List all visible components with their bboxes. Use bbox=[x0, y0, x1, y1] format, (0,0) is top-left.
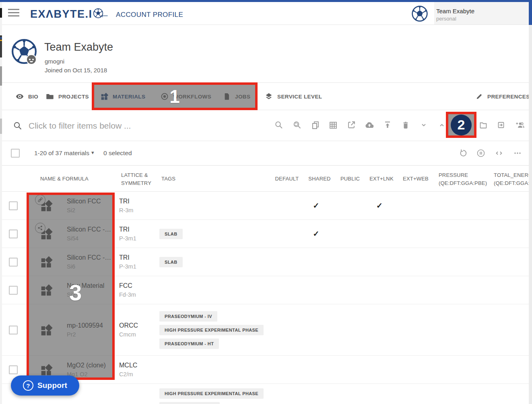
cell-shared bbox=[301, 304, 331, 355]
cell-ext-web bbox=[396, 384, 430, 404]
lattice-type: ORCC bbox=[119, 322, 159, 329]
row-checkbox[interactable] bbox=[9, 230, 18, 238]
col-name-formula[interactable]: NAME & FORMULA bbox=[40, 176, 89, 182]
tags-cell: HIGH PRESSURE EXPERIMENTAL PHASE bbox=[159, 384, 271, 404]
row-checkbox[interactable] bbox=[9, 286, 18, 295]
tag-chip: HIGH PRESSURE EXPERIMENTAL PHASE bbox=[159, 325, 264, 335]
chevron-up-icon[interactable] bbox=[437, 120, 447, 130]
col-total-energy[interactable]: TOTAL_ENERGY(QE:DFT:GGA:PE bbox=[494, 172, 532, 186]
row-checkbox[interactable] bbox=[9, 258, 18, 267]
cell-public bbox=[331, 384, 363, 404]
annotation-box-2: 2 bbox=[446, 112, 476, 138]
symmetry-group: P-3m1 bbox=[119, 235, 159, 242]
cloud-upload-icon[interactable] bbox=[364, 120, 375, 130]
lattice-type: TRI bbox=[119, 254, 159, 261]
avatar bbox=[411, 5, 428, 24]
cell-ext-lnk bbox=[363, 356, 396, 383]
profile-avatar bbox=[11, 38, 37, 66]
code-icon[interactable] bbox=[494, 148, 504, 158]
tag-chip: SLAB bbox=[159, 257, 183, 267]
owner-face-badge-icon bbox=[26, 54, 37, 65]
lattice-cell bbox=[119, 384, 159, 404]
exabyte-logo[interactable]: EXΛBYTE.I bbox=[30, 7, 103, 21]
open-in-new-icon[interactable] bbox=[346, 120, 356, 130]
folder-icon[interactable] bbox=[478, 120, 488, 130]
col-ext-web[interactable]: EXT+WEB bbox=[403, 176, 429, 182]
profile-name: Team Exabyte bbox=[44, 41, 113, 53]
table-grid-icon[interactable] bbox=[328, 120, 338, 130]
tab-projects[interactable]: PROJECTS bbox=[45, 83, 89, 110]
cell-pressure bbox=[430, 220, 485, 248]
delete-icon[interactable] bbox=[401, 120, 410, 130]
col-ext-lnk[interactable]: EXT+LNK bbox=[369, 176, 394, 182]
symmetry-group: C2/m bbox=[119, 371, 159, 377]
row-checkbox[interactable] bbox=[9, 326, 18, 334]
more-icon[interactable] bbox=[513, 148, 522, 158]
add-collaborators-icon[interactable] bbox=[514, 120, 525, 130]
refresh-icon[interactable] bbox=[458, 148, 468, 158]
import-icon[interactable] bbox=[496, 120, 506, 130]
cell-default bbox=[271, 248, 301, 276]
col-lattice-symmetry[interactable]: LATTICE &SYMMETRY bbox=[121, 172, 151, 186]
cell-ext-web bbox=[396, 220, 430, 248]
tab-label: PROJECTS bbox=[58, 94, 89, 100]
tab-preferences[interactable]: PREFERENCES bbox=[475, 83, 530, 110]
tag-chip: PRASEODYMIUM - HT bbox=[159, 338, 219, 349]
tab-label: PREFERENCES bbox=[487, 94, 530, 100]
col-tags[interactable]: TAGS bbox=[161, 176, 175, 182]
window-right-edge-top bbox=[529, 0, 532, 25]
upload-icon[interactable] bbox=[383, 120, 392, 130]
row-checkbox[interactable] bbox=[9, 201, 18, 210]
col-public[interactable]: PUBLIC bbox=[340, 176, 360, 182]
cell-shared: ✓ bbox=[301, 192, 331, 219]
cell-public bbox=[331, 304, 363, 355]
table-row[interactable]: HIGH PRESSURE EXPERIMENTAL PHASE bbox=[0, 384, 529, 404]
col-pressure[interactable]: PRESSURE(QE:DFT:GGA:PBE) bbox=[439, 172, 487, 186]
back-arrow-icon[interactable]: ← bbox=[99, 8, 110, 21]
lattice-type: MCLC bbox=[119, 362, 159, 369]
search-again-icon[interactable] bbox=[292, 120, 302, 130]
col-default[interactable]: DEFAULT bbox=[275, 176, 299, 182]
topbar-user-type: personal bbox=[436, 16, 474, 22]
copy-icon[interactable] bbox=[311, 120, 320, 130]
topbar-user-name: Team Exabyte bbox=[436, 8, 474, 14]
tab-bio[interactable]: BIO bbox=[15, 83, 38, 110]
menu-icon[interactable] bbox=[8, 9, 19, 18]
cell-ext-web bbox=[396, 248, 430, 276]
cell-pressure bbox=[430, 384, 485, 404]
pencil-icon bbox=[475, 92, 483, 100]
table-header: NAME & FORMULA LATTICE &SYMMETRY TAGS DE… bbox=[2, 166, 529, 192]
symmetry-group: Cmcm bbox=[119, 331, 159, 338]
logo-text: EXΛBYTE.I bbox=[30, 8, 93, 21]
row-checkbox[interactable] bbox=[9, 365, 18, 374]
cell-pressure bbox=[430, 304, 485, 355]
cell-public bbox=[331, 356, 363, 383]
chevron-down-icon[interactable] bbox=[419, 120, 429, 130]
lattice-cell: TRI P-3m1 bbox=[119, 220, 159, 248]
select-all-checkbox[interactable] bbox=[11, 149, 20, 158]
symmetry-group: P-3m1 bbox=[119, 263, 159, 270]
annotation-number: 1 bbox=[169, 86, 180, 107]
lattice-cell: MCLC C2/m bbox=[119, 356, 159, 383]
cell-public bbox=[331, 192, 363, 219]
pagination-range[interactable]: 1-20 of 37 materials bbox=[34, 150, 89, 157]
filter-input[interactable] bbox=[29, 118, 242, 134]
cell-total-energy bbox=[485, 304, 529, 355]
col-shared[interactable]: SHARED bbox=[308, 176, 330, 182]
layers-icon bbox=[264, 92, 273, 101]
folder-icon bbox=[45, 92, 54, 101]
account-menu[interactable]: Team Exabyte personal bbox=[411, 5, 474, 24]
support-button[interactable]: ? Support bbox=[11, 375, 79, 396]
cell-ext-lnk bbox=[363, 248, 396, 276]
cell-total-energy bbox=[485, 192, 529, 219]
caret-down-icon[interactable]: ▾ bbox=[91, 150, 94, 156]
pause-icon[interactable] bbox=[476, 148, 486, 158]
window-right-edge bbox=[529, 25, 532, 404]
search-icon[interactable] bbox=[274, 120, 284, 130]
cell-default bbox=[271, 356, 301, 383]
cell-ext-lnk bbox=[363, 304, 396, 355]
lattice-cell: FCC Fd-3m bbox=[119, 276, 159, 304]
account-profile-page: EXΛBYTE.I ← ACCOUNT PROFILE Team Exabyte… bbox=[0, 0, 532, 404]
cell-default bbox=[271, 192, 301, 219]
tab-service-level[interactable]: SERVICE LEVEL bbox=[264, 83, 322, 110]
